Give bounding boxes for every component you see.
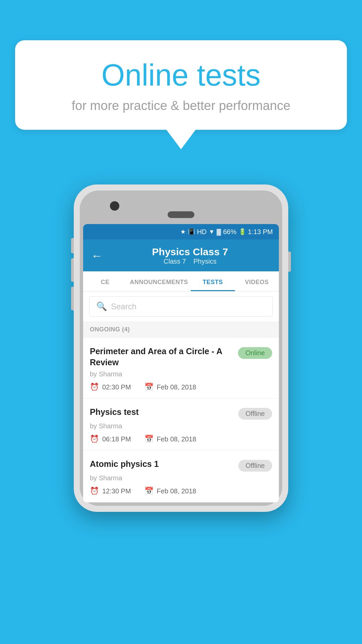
date-value: Feb 08, 2018 bbox=[157, 383, 196, 391]
test-item[interactable]: Perimeter and Area of a Circle - A Revie… bbox=[83, 338, 279, 398]
status-badge: Offline bbox=[238, 408, 272, 420]
promo-section: Online tests for more practice & better … bbox=[15, 40, 347, 149]
speech-bubble: Online tests for more practice & better … bbox=[15, 40, 347, 130]
tab-ce[interactable]: CE bbox=[83, 271, 127, 291]
test-author: by Sharma bbox=[90, 422, 272, 430]
battery-percent: 66% bbox=[223, 228, 236, 236]
test-author: by Sharma bbox=[90, 474, 272, 482]
battery-icon: 🔋 bbox=[239, 228, 246, 235]
search-icon: 🔍 bbox=[96, 301, 107, 312]
test-meta: ⏰ 02:30 PM 📅 Feb 08, 2018 bbox=[90, 383, 272, 391]
breadcrumb: Class 7 Physics bbox=[109, 258, 271, 265]
test-item[interactable]: Atomic physics 1 Offline by Sharma ⏰ 12:… bbox=[83, 450, 279, 502]
hd-label: HD bbox=[197, 228, 207, 236]
test-item-header: Perimeter and Area of a Circle - A Revie… bbox=[90, 346, 272, 368]
test-date: 📅 Feb 08, 2018 bbox=[144, 383, 196, 391]
signal-icon: ▓ bbox=[217, 228, 221, 235]
test-meta: ⏰ 06:18 PM 📅 Feb 08, 2018 bbox=[90, 435, 272, 443]
clock-icon: ⏰ bbox=[90, 487, 99, 495]
date-value: Feb 08, 2018 bbox=[157, 487, 196, 495]
test-date: 📅 Feb 08, 2018 bbox=[144, 435, 196, 443]
volume-down-button bbox=[71, 287, 74, 310]
calendar-icon: 📅 bbox=[144, 435, 154, 443]
vibrate-icon: 📳 bbox=[188, 228, 195, 235]
bluetooth-icon: ★ bbox=[180, 228, 186, 235]
volume-up-button bbox=[71, 258, 74, 282]
status-icons: ★ 📳 HD ▼ ▓ 66% 🔋 1:13 PM bbox=[180, 228, 273, 236]
test-title: Physics test bbox=[90, 407, 233, 418]
search-bar[interactable]: 🔍 Search bbox=[89, 296, 273, 317]
time-value: 06:18 PM bbox=[102, 435, 131, 443]
earpiece-speaker bbox=[159, 200, 203, 207]
home-sensor bbox=[168, 211, 194, 218]
clock-icon: ⏰ bbox=[90, 435, 99, 443]
power-button bbox=[288, 252, 291, 272]
back-button[interactable]: ← bbox=[91, 249, 103, 262]
test-time: ⏰ 02:30 PM bbox=[90, 383, 131, 391]
tab-tests[interactable]: TESTS bbox=[191, 271, 235, 291]
phone-mockup: ★ 📳 HD ▼ ▓ 66% 🔋 1:13 PM ← Physics Class… bbox=[74, 184, 288, 512]
time-value: 02:30 PM bbox=[102, 383, 131, 391]
test-meta: ⏰ 12:30 PM 📅 Feb 08, 2018 bbox=[90, 487, 272, 495]
promo-subtitle: for more practice & better performance bbox=[35, 99, 327, 113]
wifi-icon: ▼ bbox=[209, 228, 215, 235]
test-item-header: Physics test Offline bbox=[90, 407, 272, 420]
time-value: 12:30 PM bbox=[102, 487, 131, 495]
clock-icon: ⏰ bbox=[90, 383, 99, 391]
status-badge: Online bbox=[238, 347, 272, 359]
phone-top-bar bbox=[83, 194, 279, 211]
phone-outer-frame: ★ 📳 HD ▼ ▓ 66% 🔋 1:13 PM ← Physics Class… bbox=[74, 184, 288, 512]
phone-screen: ★ 📳 HD ▼ ▓ 66% 🔋 1:13 PM ← Physics Class… bbox=[83, 224, 279, 502]
front-camera bbox=[110, 201, 119, 211]
mute-button bbox=[71, 238, 74, 253]
test-author: by Sharma bbox=[90, 370, 272, 378]
date-value: Feb 08, 2018 bbox=[157, 435, 196, 443]
test-time: ⏰ 12:30 PM bbox=[90, 487, 131, 495]
test-time: ⏰ 06:18 PM bbox=[90, 435, 131, 443]
status-bar: ★ 📳 HD ▼ ▓ 66% 🔋 1:13 PM bbox=[83, 224, 279, 239]
breadcrumb-subject: Physics bbox=[193, 258, 217, 265]
test-item[interactable]: Physics test Offline by Sharma ⏰ 06:18 P… bbox=[83, 398, 279, 450]
tab-videos[interactable]: VIDEOS bbox=[235, 271, 279, 291]
phone-inner-frame: ★ 📳 HD ▼ ▓ 66% 🔋 1:13 PM ← Physics Class… bbox=[80, 191, 282, 506]
promo-title: Online tests bbox=[35, 59, 327, 92]
tab-announcements[interactable]: ANNOUNCEMENTS bbox=[127, 271, 191, 291]
status-badge: Offline bbox=[238, 460, 272, 472]
time-display: 1:13 PM bbox=[248, 228, 273, 236]
test-title: Perimeter and Area of a Circle - A Revie… bbox=[90, 346, 233, 368]
test-title: Atomic physics 1 bbox=[90, 459, 233, 470]
calendar-icon: 📅 bbox=[144, 487, 154, 495]
search-placeholder: Search bbox=[111, 302, 136, 311]
test-date: 📅 Feb 08, 2018 bbox=[144, 487, 196, 495]
app-header: ← Physics Class 7 Class 7 Physics bbox=[83, 239, 279, 271]
page-title: Physics Class 7 bbox=[109, 246, 271, 258]
test-item-header: Atomic physics 1 Offline bbox=[90, 459, 272, 472]
speech-bubble-tail bbox=[166, 129, 196, 149]
tabs-bar: CE ANNOUNCEMENTS TESTS VIDEOS bbox=[83, 271, 279, 291]
breadcrumb-class: Class 7 bbox=[164, 258, 186, 265]
section-header-ongoing: ONGOING (4) bbox=[83, 321, 279, 338]
header-title-area: Physics Class 7 Class 7 Physics bbox=[109, 246, 271, 265]
calendar-icon: 📅 bbox=[144, 383, 154, 391]
search-container: 🔍 Search bbox=[83, 291, 279, 321]
